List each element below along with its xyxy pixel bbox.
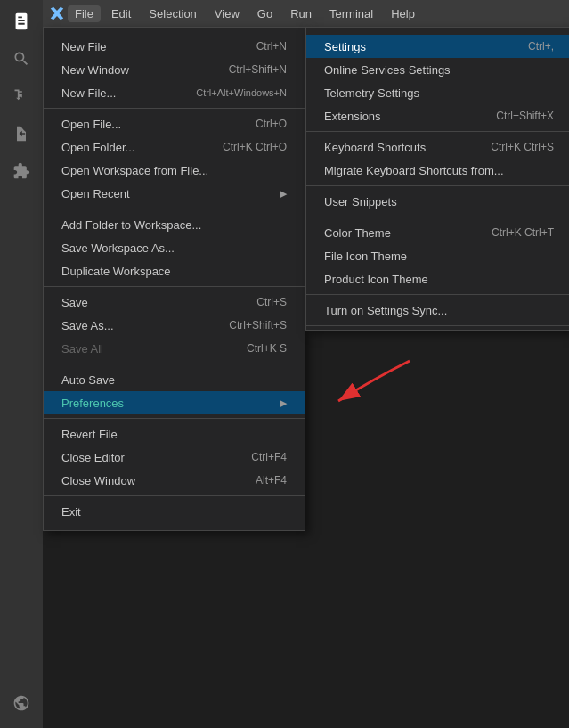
prefs-migrate-keyboard[interactable]: Migrate Keyboard Shortcuts from... (306, 159, 569, 182)
menu-new-file[interactable]: New File Ctrl+N (44, 35, 305, 58)
file-menu-section-save: Save Ctrl+S Save As... Ctrl+Shift+S Save… (44, 287, 305, 364)
git-icon[interactable] (4, 78, 39, 114)
menu-save-all: Save All Ctrl+K S (44, 337, 305, 360)
preferences-submenu: Settings Ctrl+, Online Services Settings… (305, 27, 569, 331)
menu-auto-save[interactable]: Auto Save (44, 368, 305, 391)
file-menu-section-workspace: Add Folder to Workspace... Save Workspac… (44, 209, 305, 287)
menubar: File Edit Selection View Go Run Terminal… (43, 0, 569, 27)
menu-open-recent[interactable]: Open Recent ▶ (44, 182, 305, 205)
file-menu-section-autosave: Auto Save Preferences ▶ (44, 364, 305, 419)
vscode-logo (50, 6, 64, 20)
menu-close-window[interactable]: Close Window Alt+F4 (44, 469, 305, 492)
menu-save-workspace[interactable]: Save Workspace As... (44, 236, 305, 259)
prefs-section-keyboard: Keyboard Shortcuts Ctrl+K Ctrl+S Migrate… (306, 132, 569, 186)
menu-terminal[interactable]: Terminal (322, 5, 380, 22)
menu-edit[interactable]: Edit (104, 5, 138, 22)
prefs-online-services[interactable]: Online Services Settings (306, 58, 569, 81)
menu-run[interactable]: Run (283, 5, 319, 22)
menu-file[interactable]: File (68, 5, 101, 22)
menu-duplicate-workspace[interactable]: Duplicate Workspace (44, 259, 305, 282)
remote-icon[interactable] (4, 685, 39, 721)
files-icon[interactable] (4, 4, 39, 39)
activity-bar (0, 0, 43, 728)
menu-preferences[interactable]: Preferences ▶ (44, 391, 305, 414)
menu-view[interactable]: View (207, 5, 247, 22)
run-icon[interactable] (4, 116, 39, 151)
menu-new-window[interactable]: New Window Ctrl+Shift+N (44, 58, 305, 81)
prefs-product-icon-theme[interactable]: Product Icon Theme (306, 267, 569, 290)
menu-new-file-dots[interactable]: New File... Ctrl+Alt+Windows+N (44, 81, 305, 104)
menu-add-folder[interactable]: Add Folder to Workspace... (44, 213, 305, 236)
menu-open-folder[interactable]: Open Folder... Ctrl+K Ctrl+O (44, 135, 305, 159)
file-menu-dropdown: New File Ctrl+N New Window Ctrl+Shift+N … (43, 27, 305, 531)
open-recent-arrow: ▶ (280, 188, 287, 200)
prefs-keyboard-shortcuts[interactable]: Keyboard Shortcuts Ctrl+K Ctrl+S (306, 135, 569, 159)
prefs-settings[interactable]: Settings Ctrl+, (306, 35, 569, 58)
prefs-settings-sync[interactable]: Turn on Settings Sync... (306, 299, 569, 322)
prefs-section-settings: Settings Ctrl+, Online Services Settings… (306, 31, 569, 132)
file-menu-section-open: Open File... Ctrl+O Open Folder... Ctrl+… (44, 109, 305, 209)
prefs-color-theme[interactable]: Color Theme Ctrl+K Ctrl+T (306, 221, 569, 244)
menu-go[interactable]: Go (250, 5, 280, 22)
menu-open-file[interactable]: Open File... Ctrl+O (44, 112, 305, 135)
menu-save[interactable]: Save Ctrl+S (44, 290, 305, 314)
prefs-user-snippets[interactable]: User Snippets (306, 190, 569, 213)
menu-selection[interactable]: Selection (142, 5, 203, 22)
file-menu-section-exit: Exit (44, 496, 305, 527)
menu-revert-file[interactable]: Revert File (44, 422, 305, 446)
prefs-file-icon-theme[interactable]: File Icon Theme (306, 244, 569, 267)
prefs-telemetry[interactable]: Telemetry Settings (306, 81, 569, 104)
menu-save-as[interactable]: Save As... Ctrl+Shift+S (44, 314, 305, 337)
prefs-section-snippets: User Snippets (306, 186, 569, 217)
preferences-arrow: ▶ (280, 397, 287, 409)
prefs-section-sync: Turn on Settings Sync... (306, 295, 569, 326)
search-icon[interactable] (4, 41, 39, 77)
menu-exit[interactable]: Exit (44, 500, 305, 523)
menu-open-workspace[interactable]: Open Workspace from File... (44, 159, 305, 182)
extensions-icon[interactable] (4, 153, 39, 189)
menu-help[interactable]: Help (384, 5, 422, 22)
file-menu-section-revert: Revert File Close Editor Ctrl+F4 Close W… (44, 419, 305, 496)
prefs-section-themes: Color Theme Ctrl+K Ctrl+T File Icon Them… (306, 217, 569, 295)
menu-close-editor[interactable]: Close Editor Ctrl+F4 (44, 446, 305, 469)
file-menu-section-new: New File Ctrl+N New Window Ctrl+Shift+N … (44, 31, 305, 109)
prefs-extensions[interactable]: Extensions Ctrl+Shift+X (306, 104, 569, 127)
